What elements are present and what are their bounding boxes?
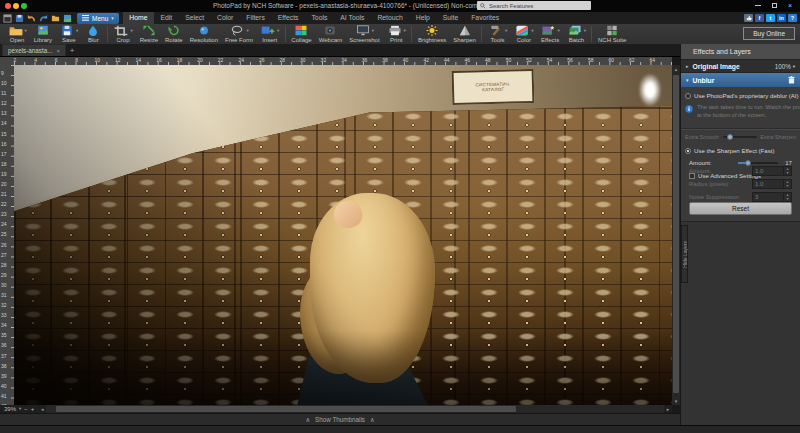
save-icon[interactable] xyxy=(15,14,24,23)
effects-button[interactable]: ▾Effects xyxy=(537,25,563,43)
unblur-header-row[interactable]: ▾ Unblur xyxy=(681,73,800,87)
menu-button-label: Menu xyxy=(92,15,108,22)
screenshot-button[interactable]: ▾Screenshot xyxy=(346,25,383,43)
folder-icon[interactable] xyxy=(51,14,60,23)
deblur-ai-radio-row[interactable]: Use PhotoPad's proprietary deblur (AI) xyxy=(681,90,800,101)
tools-button[interactable]: ▾Tools xyxy=(484,25,510,43)
tab-tools[interactable]: Tools xyxy=(305,12,334,24)
ruler-label: 24 xyxy=(238,57,244,63)
tab-home[interactable]: Home xyxy=(123,12,154,24)
zoom-out-button[interactable]: − xyxy=(24,405,28,413)
scroll-up-icon[interactable]: ▴ xyxy=(672,65,680,73)
rotate-button[interactable]: Rotate xyxy=(161,25,186,43)
vertical-scrollbar[interactable]: ▴ ▾ xyxy=(672,65,680,405)
resolution-button[interactable]: Resolution xyxy=(186,25,221,43)
nch-suite-button[interactable]: NCH Suite xyxy=(594,25,629,43)
vertical-scroll-thumb[interactable] xyxy=(673,75,679,393)
horizontal-scrollbar[interactable] xyxy=(46,405,664,413)
ruler-corner xyxy=(0,57,14,65)
library-button[interactable]: Library xyxy=(30,25,55,43)
horizontal-scroll-thumb[interactable] xyxy=(56,406,516,412)
color-button[interactable]: ▾Color xyxy=(511,25,537,43)
zoom-level[interactable]: 39% xyxy=(4,405,16,413)
reset-button[interactable]: Reset xyxy=(689,202,792,215)
sharpen-fast-radio-row[interactable]: Use the Sharpen Effect (Fast) xyxy=(681,145,800,156)
slider-thumb[interactable] xyxy=(727,134,733,140)
insert-button[interactable]: ▾Insert xyxy=(257,25,283,43)
advanced-amount-input[interactable]: 1.0▴▾ xyxy=(752,166,792,176)
open-button[interactable]: ▾Open xyxy=(4,25,30,43)
hide-layers-tab[interactable]: Hide Layers xyxy=(681,225,688,283)
chevron-down-icon[interactable]: ▾ xyxy=(686,77,689,83)
photo-image[interactable]: СИСТЕМАТИЧ.КАТАЛОГ xyxy=(14,65,672,405)
zoom-dropdown-icon[interactable]: ▾ xyxy=(19,405,21,413)
minimize-button[interactable] xyxy=(750,0,766,11)
sharpen-button[interactable]: Sharpen xyxy=(450,25,480,43)
image-icon[interactable] xyxy=(63,14,72,23)
collage-button[interactable]: Collage xyxy=(288,25,315,43)
tab-suite[interactable]: Suite xyxy=(436,12,465,24)
ruler-label: 14 xyxy=(136,57,142,63)
tab-effects[interactable]: Effects xyxy=(271,12,305,24)
like-icon[interactable] xyxy=(744,14,753,22)
collage-icon xyxy=(293,25,309,36)
spinner-icon[interactable]: ▴▾ xyxy=(783,166,791,176)
tab-filters[interactable]: Filters xyxy=(240,12,272,24)
buy-online-button[interactable]: Buy Online xyxy=(743,27,795,40)
radio-unselected-icon[interactable] xyxy=(685,93,691,99)
opacity-dropdown[interactable]: 100%▾ xyxy=(775,63,795,70)
search-features-input[interactable]: Search Features xyxy=(477,1,591,10)
batch-button[interactable]: ▾Batch xyxy=(563,25,589,43)
scroll-left-icon[interactable]: ◂ xyxy=(38,405,46,413)
menu-button[interactable]: Menu ▾ xyxy=(77,13,119,24)
tab-color[interactable]: Color xyxy=(211,12,240,24)
new-tab-button[interactable]: + xyxy=(66,44,78,56)
zoom-controls: 39% ▾ − + xyxy=(0,405,38,413)
document-tab[interactable]: pexels-anasta... × xyxy=(2,44,66,56)
linkedin-icon[interactable]: in xyxy=(777,14,786,22)
webcam-button[interactable]: Webcam xyxy=(315,25,346,43)
show-thumbnails-label: Show Thumbnails xyxy=(315,414,365,426)
facebook-icon[interactable]: f xyxy=(755,14,764,22)
canvas-bottom-bar: 39% ▾ − + ◂ ▸ xyxy=(0,405,672,413)
effects-icon xyxy=(540,25,556,36)
ruler-label: 62 xyxy=(629,57,635,63)
maximize-button[interactable] xyxy=(766,0,782,11)
close-tab-icon[interactable]: × xyxy=(56,48,60,54)
show-thumbnails-bar[interactable]: ∧ Show Thumbnails ∧ xyxy=(0,413,680,425)
tab-ai-tools[interactable]: AI Tools xyxy=(334,12,371,24)
tab-edit[interactable]: Edit xyxy=(154,12,179,24)
tab-retouch[interactable]: Retouch xyxy=(371,12,409,24)
amount-slider[interactable] xyxy=(738,162,778,164)
smooth-sharpen-slider[interactable] xyxy=(723,136,757,138)
close-button[interactable]: × xyxy=(782,0,798,11)
crop-button[interactable]: ▾Crop xyxy=(110,25,136,43)
tab-help[interactable]: Help xyxy=(409,12,436,24)
new-window-icon[interactable] xyxy=(3,14,12,23)
status-bar: PhotoPad v 14.30 © NCH Software xyxy=(0,425,800,433)
chevron-right-icon[interactable]: ▸ xyxy=(686,63,689,69)
radius-input[interactable]: 1.0▴▾ xyxy=(752,179,792,189)
spinner-icon[interactable]: ▴▾ xyxy=(783,179,791,189)
resize-button[interactable]: Resize xyxy=(136,25,161,43)
blur-button[interactable]: Blur xyxy=(82,25,105,43)
free-form-button[interactable]: ▾Free Form xyxy=(222,25,257,43)
help-icon[interactable]: ? xyxy=(788,14,797,22)
print-button[interactable]: ▾Print xyxy=(383,25,409,43)
maximize-traffic-light[interactable] xyxy=(21,3,27,9)
tab-select[interactable]: Select xyxy=(179,12,211,24)
scroll-down-icon[interactable]: ▾ xyxy=(672,397,680,405)
twitter-icon[interactable]: t xyxy=(766,14,775,22)
original-image-row[interactable]: ▸ Original Image 100%▾ xyxy=(681,59,800,73)
save-button[interactable]: ▾Save xyxy=(56,25,82,43)
redo-icon[interactable] xyxy=(39,14,48,23)
radio-selected-icon[interactable] xyxy=(685,148,691,154)
delete-effect-icon[interactable] xyxy=(788,76,795,84)
minimize-traffic-light[interactable] xyxy=(13,3,19,9)
zoom-in-button[interactable]: + xyxy=(31,405,35,413)
scroll-right-icon[interactable]: ▸ xyxy=(664,405,672,413)
tab-favorites[interactable]: Favorites xyxy=(465,12,506,24)
brightness-button[interactable]: Brightness xyxy=(414,25,449,43)
undo-icon[interactable] xyxy=(27,14,36,23)
close-traffic-light[interactable] xyxy=(5,3,11,9)
